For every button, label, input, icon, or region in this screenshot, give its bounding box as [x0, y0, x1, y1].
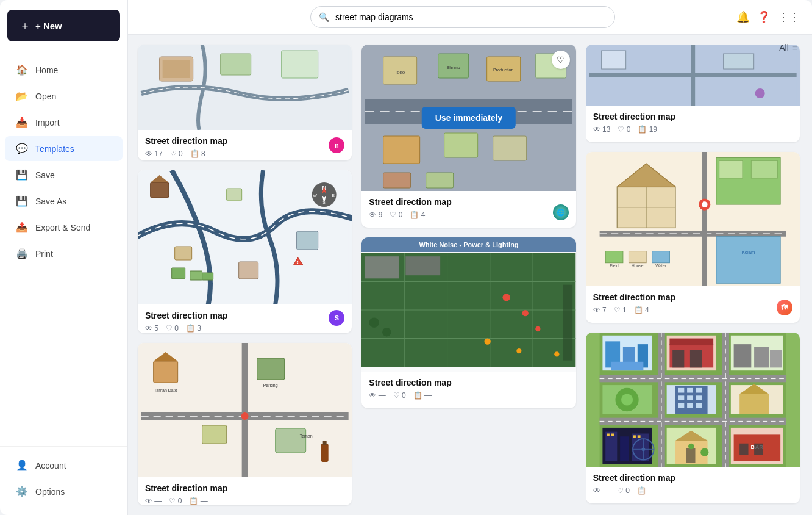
copies-4: 📋 4 [410, 211, 425, 219]
map-svg-2: N S W E ! [138, 170, 352, 304]
svg-rect-136 [739, 394, 769, 414]
sidebar-item-options[interactable]: ⚙️ Options [5, 479, 123, 504]
sidebar-item-save-as[interactable]: 💾 Save As [5, 189, 123, 214]
svg-rect-29 [257, 358, 285, 380]
svg-rect-94 [652, 251, 669, 263]
template-card-1[interactable]: Street direction map 👁 17 ♡ 0 📋 8 n [138, 45, 352, 160]
account-icon: 👤 [16, 459, 28, 471]
svg-rect-90 [716, 237, 780, 284]
options-icon: ⚙️ [16, 486, 28, 497]
svg-rect-21 [202, 273, 213, 280]
card-avatar-2: S [329, 310, 344, 326]
search-input[interactable] [310, 6, 615, 28]
apps-icon[interactable]: ⋮⋮ [778, 10, 800, 24]
notification-icon[interactable]: 🔔 [736, 10, 750, 24]
svg-point-86 [702, 201, 708, 207]
card-image-4: Toko Shrimp Production [361, 45, 575, 191]
svg-rect-119 [754, 347, 769, 367]
map-svg-right-1 [586, 45, 800, 106]
likes-4: ♡ 0 [390, 211, 402, 219]
save-icon: 💾 [16, 169, 28, 181]
template-card-5[interactable]: White Noise - Power & Lighting [361, 237, 575, 408]
copies-r1: 📋 19 [638, 125, 657, 134]
sidebar-item-save[interactable]: 💾 Save [5, 162, 123, 187]
sidebar-bottom: 👤 Account ⚙️ Options [0, 446, 127, 515]
sidebar-item-import[interactable]: 📥 Import [5, 110, 123, 135]
views-3: 👁 — [145, 497, 162, 505]
svg-rect-51 [426, 173, 454, 188]
topbar-actions: 🔔 ❓ ⋮⋮ [736, 10, 800, 24]
template-card-right-3[interactable]: BAR Street direction map 👁 — ♡ 0 📋 — [586, 333, 800, 503]
svg-rect-131 [696, 395, 702, 400]
svg-rect-48 [444, 133, 478, 157]
sidebar-item-label: Account [35, 461, 66, 470]
filter-menu-icon[interactable]: ≡ [792, 43, 797, 52]
map-svg-right-2: Kolam Field House Water [586, 152, 800, 286]
plus-icon: ＋ [20, 18, 30, 33]
svg-rect-4 [282, 51, 318, 78]
card-info-right-3: Street direction map 👁 — ♡ 0 📋 — [586, 467, 800, 503]
svg-point-76 [755, 88, 764, 98]
template-card-2[interactable]: N S W E ! [138, 170, 352, 333]
new-button[interactable]: ＋ + New [7, 10, 120, 41]
svg-rect-130 [687, 395, 693, 400]
card-info-2: Street direction map 👁 5 ♡ 0 📋 3 [138, 304, 352, 333]
use-immediately-button[interactable]: Use immediately [422, 107, 516, 129]
card-meta-5: 👁 — ♡ 0 📋 — [369, 391, 568, 400]
svg-point-155 [700, 448, 708, 456]
likes-5: ♡ 0 [393, 391, 406, 400]
card-title-right-3: Street direction map [593, 473, 792, 483]
svg-rect-70 [563, 285, 572, 361]
topbar: 🔍 🔔 ❓ ⋮⋮ [128, 0, 812, 35]
svg-rect-127 [687, 388, 693, 393]
svg-point-154 [688, 444, 694, 450]
card-title-4: Street direction map [369, 197, 568, 207]
card-meta-right-3: 👁 — ♡ 0 📋 — [593, 486, 792, 495]
likes-r2: ♡ 1 [614, 306, 627, 314]
sidebar-item-print[interactable]: 🖨️ Print [5, 241, 123, 266]
svg-point-67 [555, 351, 560, 356]
svg-rect-140 [620, 436, 629, 461]
svg-rect-74 [601, 51, 625, 69]
svg-rect-141 [632, 433, 649, 461]
svg-text:Taman Dato: Taman Dato [154, 388, 177, 392]
card-image-right-2: Kolam Field House Water [586, 152, 800, 286]
help-icon[interactable]: ❓ [757, 10, 771, 24]
svg-point-65 [485, 338, 491, 344]
svg-point-64 [536, 326, 541, 331]
card-meta-right-2: 👁 7 ♡ 1 📋 4 [593, 306, 792, 314]
svg-rect-36 [323, 441, 327, 445]
svg-rect-19 [172, 268, 185, 279]
svg-rect-92 [605, 251, 623, 263]
filter-bar: All ≡ [779, 43, 797, 52]
template-card-right-1[interactable]: Street direction map 👁 13 ♡ 0 📋 19 [586, 45, 800, 142]
svg-point-68 [369, 317, 380, 328]
copies-2: 📋 3 [186, 324, 201, 333]
views-4: 👁 9 [369, 211, 382, 219]
heart-button-4[interactable]: ♡ [552, 51, 570, 69]
card-info-4: Street direction map 👁 9 ♡ 0 📋 4 [361, 191, 575, 228]
sidebar-item-home[interactable]: 🏠 Home [5, 57, 123, 82]
sidebar-item-open[interactable]: 📂 Open [5, 84, 123, 109]
template-card-right-2[interactable]: Kolam Field House Water [586, 152, 800, 323]
sidebar-item-account[interactable]: 👤 Account [5, 453, 123, 478]
template-card-4[interactable]: Toko Shrimp Production [361, 45, 575, 228]
svg-rect-26 [154, 361, 178, 383]
svg-rect-153 [686, 448, 695, 463]
open-icon: 📂 [16, 90, 28, 102]
svg-rect-20 [190, 271, 202, 280]
card-image-2: N S W E ! [138, 170, 352, 304]
template-card-3[interactable]: Taman Dato Parking Taman [138, 343, 352, 505]
map-svg-3: Taman Dato Parking Taman [138, 343, 352, 477]
svg-rect-60 [365, 256, 399, 278]
sidebar-item-export[interactable]: 📤 Export & Send [5, 215, 123, 240]
content-area: All ≡ [128, 35, 812, 515]
svg-rect-35 [321, 444, 329, 462]
sidebar-item-label: Open [35, 92, 56, 101]
svg-point-62 [503, 294, 510, 301]
likes-2: ♡ 0 [166, 324, 179, 333]
card-title-right-1: Street direction map [593, 112, 792, 121]
sidebar-item-templates[interactable]: 💬 Templates [5, 136, 123, 161]
card-meta-1: 👁 17 ♡ 0 📋 8 [145, 149, 344, 158]
svg-rect-50 [383, 173, 411, 188]
